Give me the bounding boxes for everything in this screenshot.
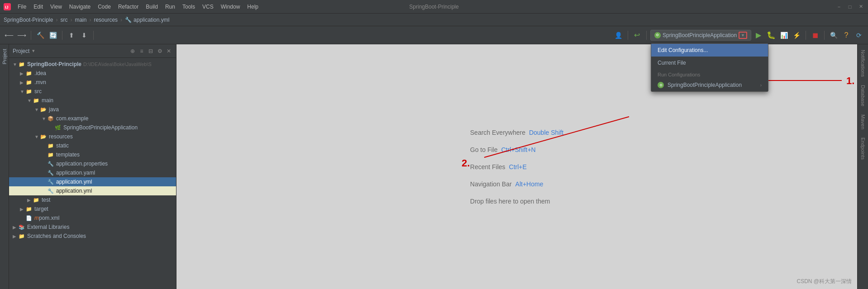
toolbar-vcs-btn[interactable]: ⬆	[66, 30, 77, 41]
tree-item-pom[interactable]: ▶ 📄 m pom.xml	[9, 213, 176, 223]
tree-item-java[interactable]: ▼ 📂 java	[9, 105, 176, 114]
toolbar-back-btn[interactable]: ⟵	[4, 30, 14, 41]
hint-drop-files: Drop files here to open them	[470, 198, 563, 205]
svg-text:IJ: IJ	[5, 5, 9, 9]
menu-view[interactable]: View	[47, 2, 65, 11]
tree-label-main: main	[42, 97, 53, 104]
tree-item-idea[interactable]: ▶ 📁 .idea	[9, 69, 176, 78]
tree-item-target[interactable]: ▶ 📁 target	[9, 204, 176, 213]
yaml-icon-app-yml2: 🔧	[47, 187, 54, 194]
sidebar-compact-btn[interactable]: ⊟	[147, 47, 154, 55]
hint-navbar-text: Navigation Bar	[470, 180, 512, 188]
tree-item-scratches[interactable]: ▶ 📁 Scratches and Consoles	[9, 232, 176, 241]
tree-item-app-properties[interactable]: ▶ 🔧 application.properties	[9, 159, 176, 168]
maximize-button[interactable]: □	[846, 3, 854, 10]
run-config-button[interactable]: ⚙ SpringBootPrincipleApplication ▼	[650, 30, 751, 41]
toolbar-search-btn[interactable]: 🔍	[828, 30, 839, 41]
dropdown-current-file[interactable]: Current File	[651, 57, 768, 69]
hint-recent: Recent Files Ctrl+E	[470, 163, 563, 171]
menu-edit[interactable]: Edit	[30, 2, 46, 11]
minimize-button[interactable]: −	[835, 3, 843, 10]
sidebar-add-btn[interactable]: ⊕	[129, 47, 136, 55]
toolbar-profile-btn[interactable]: ⚡	[791, 30, 802, 41]
sidebar-settings-btn[interactable]: ⚙	[156, 47, 163, 55]
toolbar-update-btn[interactable]: ⟳	[854, 30, 864, 41]
menu-tools[interactable]: Tools	[179, 2, 198, 11]
tree-item-mvn[interactable]: ▶ 📁 .mvn	[9, 78, 176, 87]
tree-label-src: src	[34, 88, 42, 95]
dropdown-edit-config[interactable]: Edit Configurations...	[651, 44, 768, 57]
tree-label-scratches: Scratches and Consoles	[27, 233, 86, 239]
menu-window[interactable]: Window	[218, 2, 243, 11]
menu-navigate[interactable]: Navigate	[66, 2, 94, 11]
menu-build[interactable]: Build	[143, 2, 161, 11]
breadcrumb-sep-2: ›	[89, 17, 91, 23]
tree-item-resources[interactable]: ▼ 📂 resources	[9, 132, 176, 141]
tree-item-app-yaml[interactable]: ▶ 🔧 application.yaml	[9, 168, 176, 177]
tree-item-app-yml-selected[interactable]: ▶ 🔧 application.yml	[9, 177, 176, 186]
toolbar-run-btn[interactable]: ▶	[753, 30, 764, 41]
menu-vcs[interactable]: VCS	[199, 2, 217, 11]
breadcrumb-part-1[interactable]: src	[60, 17, 67, 23]
right-tab-maven[interactable]: Maven	[859, 111, 867, 133]
toolbar-stop-btn[interactable]: ◼	[810, 30, 820, 41]
tree-item-test[interactable]: ▶ 📁 test	[9, 195, 176, 204]
toolbar-help-btn[interactable]: ?	[841, 30, 852, 41]
tree-item-app-yml2[interactable]: ▶ 🔧 application.yml	[9, 186, 176, 195]
breadcrumb-part-2[interactable]: main	[75, 17, 86, 23]
toolbar-sep-1	[31, 31, 31, 40]
toolbar-undo-btn[interactable]: ↩	[632, 30, 643, 41]
menu-file[interactable]: File	[14, 2, 29, 11]
sidebar-collapse-all-btn[interactable]: ≡	[138, 47, 145, 55]
tree-item-com-example[interactable]: ▼ 📦 com.example	[9, 114, 176, 123]
hint-recent-shortcut: Ctrl+E	[509, 163, 527, 171]
right-tab-database[interactable]: Database	[859, 81, 867, 110]
run-config-dropdown-arrow-icon[interactable]: ▼	[739, 32, 747, 39]
project-tab[interactable]: Project	[0, 44, 9, 69]
tree-item-src[interactable]: ▼ 📁 src	[9, 87, 176, 96]
tree-item-templates[interactable]: ▶ 📁 templates	[9, 150, 176, 159]
svg-text:1.: 1.	[846, 75, 854, 86]
toolbar-forward-btn[interactable]: ⟶	[16, 30, 27, 41]
toolbar-debug-btn[interactable]: 🐛	[766, 30, 777, 41]
folder-icon-root: 📁	[18, 61, 25, 68]
close-button[interactable]: ✕	[857, 3, 864, 10]
yaml-icon-app-properties: 🔧	[47, 160, 54, 167]
tree-item-springapp[interactable]: ▶ 🌿 SpringBootPrincipleApplication	[9, 123, 176, 132]
tree-item-static[interactable]: ▶ 📁 static	[9, 141, 176, 150]
toolbar-sep-6	[806, 31, 806, 40]
run-config-label: SpringBootPrincipleApplication	[663, 32, 737, 38]
menu-help[interactable]: Help	[244, 2, 262, 11]
right-tab-notifications[interactable]: Notifications	[859, 46, 867, 81]
menu-code[interactable]: Code	[95, 2, 114, 11]
current-file-label: Current File	[658, 60, 686, 66]
dropdown-spring-app[interactable]: ⚙ SpringBootPrincipleApplication ›	[651, 79, 768, 91]
tree-item-root[interactable]: ▼ 📁 SpringBoot-Principle D:\IDEA\idea\Bo…	[9, 60, 176, 69]
sidebar-dropdown-icon[interactable]: ▾	[32, 48, 35, 54]
tree-arrow-target: ▶	[20, 207, 25, 212]
menu-run[interactable]: Run	[162, 2, 178, 11]
toolbar-right: 👤 ↩ ⚙ SpringBootPrincipleApplication ▼ ▶…	[613, 30, 864, 41]
tree-label-pom-name: pom.xml	[39, 215, 59, 221]
editor-hints: Search Everywhere Double Shift Go to Fil…	[470, 129, 563, 205]
breadcrumb-part-4[interactable]: 🔧	[125, 17, 132, 23]
tree-arrow-idea: ▶	[20, 71, 25, 76]
folder-icon-templates: 📁	[47, 151, 54, 158]
toolbar-sync-btn[interactable]: 🔄	[48, 30, 58, 41]
breadcrumb-file[interactable]: application.yml	[134, 17, 169, 23]
breadcrumb-part-3[interactable]: resources	[94, 17, 118, 23]
breadcrumb-part-0[interactable]: SpringBoot-Principle	[4, 17, 53, 23]
tree-item-main[interactable]: ▼ 📁 main	[9, 96, 176, 105]
toolbar-build-btn[interactable]: 🔨	[35, 30, 46, 41]
tree-item-external-libs[interactable]: ▶ 📚 External Libraries	[9, 223, 176, 232]
toolbar-vcs2-btn[interactable]: ⬇	[79, 30, 90, 41]
toolbar-user-btn[interactable]: 👤	[613, 30, 624, 41]
sidebar-close-btn[interactable]: ✕	[165, 47, 172, 55]
folder-icon-target: 📁	[25, 205, 33, 213]
yaml-icon-app-yml: 🔧	[47, 178, 54, 185]
menu-refactor[interactable]: Refactor	[115, 2, 142, 11]
toolbar-coverage-btn[interactable]: 📊	[778, 30, 789, 41]
folder-icon-main: 📁	[33, 97, 40, 104]
right-tab-endpoints[interactable]: Endpoints	[859, 134, 867, 163]
sidebar-title: Project ▾	[13, 48, 35, 54]
